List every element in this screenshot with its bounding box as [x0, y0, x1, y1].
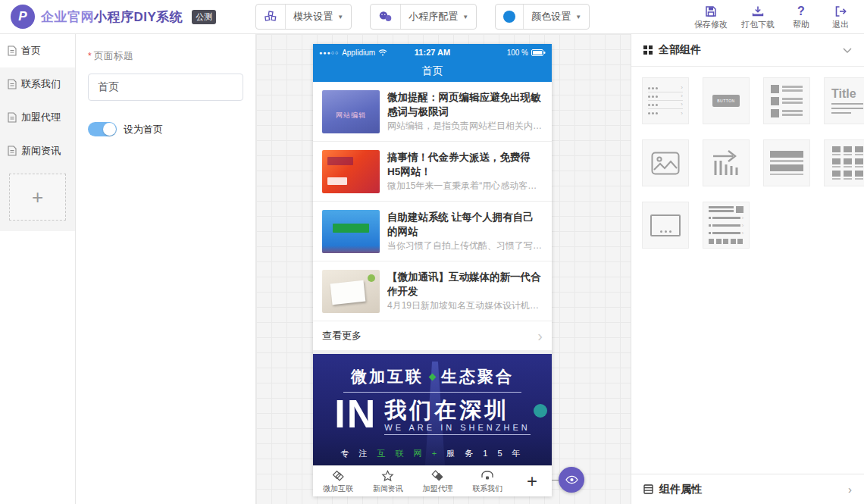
set-home-toggle[interactable]	[88, 122, 117, 136]
component-card-title[interactable]: Title	[824, 77, 864, 124]
news-item[interactable]: 自助建站系统 让每个人拥有自己的网站 当你习惯了自拍上传优酷、习惯了写点小…	[313, 202, 552, 261]
app-title-light: 企业官网	[41, 10, 94, 24]
component-card-marquee[interactable]	[703, 139, 750, 186]
caret-down-icon: ▼	[575, 14, 581, 20]
exit-label: 退出	[832, 19, 849, 30]
phone-tab-bar: 微加互联 新闻资讯 加盟代理	[313, 465, 552, 496]
banner-headline: 微加互联 生态聚合	[313, 366, 552, 387]
preview-eye-button[interactable]	[559, 467, 584, 493]
component-properties-bar[interactable]: 组件属性 ›	[631, 474, 864, 504]
tab-label: 新闻资讯	[373, 484, 403, 494]
news-item[interactable]: 【微加通讯】互动媒体的新一代合作开发 4月19日新加坡知名互动媒体设计机构Pin…	[313, 261, 552, 321]
help-label: 帮助	[793, 19, 809, 30]
news-thumbnail: 网站编辑	[322, 90, 380, 133]
save-button[interactable]: 保存修改	[694, 5, 728, 30]
color-settings-label: 颜色设置 ▼	[524, 10, 589, 23]
page-icon	[8, 112, 17, 123]
chevron-right-icon: ›	[848, 483, 852, 496]
tab-agent[interactable]: 加盟代理	[413, 466, 463, 496]
module-settings-dropdown[interactable]: 模块设置 ▼	[255, 4, 352, 30]
save-icon	[705, 5, 717, 17]
news-title: 【微加通讯】互动媒体的新一代合作开发	[387, 270, 543, 298]
color-settings-dropdown[interactable]: 颜色设置 ▼	[495, 4, 590, 30]
grid-icon	[643, 45, 653, 55]
sidebar-item-contact[interactable]: 联系我们	[0, 67, 75, 101]
add-tab-button[interactable]: +	[512, 466, 552, 496]
pages-sidebar: 首页 联系我们 加盟代理 新闻资讯	[0, 34, 76, 504]
news-list-component: 网站编辑 微加提醒：网页编辑应避免出现敏感词与极限词 网站编辑，是指负责网站栏目…	[313, 82, 552, 321]
tags-icon	[430, 469, 444, 483]
connector-line	[552, 480, 559, 481]
component-card-rows[interactable]	[763, 139, 810, 186]
phone-status-bar: ●●●○○ Applidium 11:27 AM 100 %	[313, 44, 552, 61]
miniprogram-config-dropdown[interactable]: 小程序配置 ▼	[370, 4, 477, 30]
component-card-carousel[interactable]	[642, 202, 689, 249]
sidebar-item-home[interactable]: 首页	[0, 34, 75, 67]
phone-nav-title: 首页	[422, 64, 443, 78]
component-card-grid[interactable]	[824, 139, 864, 186]
news-desc: 微加15年来一直秉承着“用心感动客户！”的…	[387, 180, 543, 193]
exit-button[interactable]: 退出	[828, 5, 853, 30]
diamonds-icon	[331, 469, 345, 483]
components-grid: › › › › BUTTON Title	[631, 67, 864, 259]
carrier-label: Applidium	[342, 49, 375, 57]
sparkle-icon	[429, 373, 437, 380]
required-mark: *	[88, 51, 92, 61]
tab-news[interactable]: 新闻资讯	[363, 466, 413, 496]
tab-label: 加盟代理	[422, 484, 452, 494]
sidebar-item-label: 新闻资讯	[21, 144, 61, 158]
tab-label: 微加互联	[323, 484, 353, 494]
view-more-row[interactable]: 查看更多 ›	[313, 321, 552, 350]
news-item[interactable]: 网站编辑 微加提醒：网页编辑应避免出现敏感词与极限词 网站编辑，是指负责网站栏目…	[313, 82, 552, 142]
module-settings-label: 模块设置 ▼	[286, 10, 351, 23]
color-swatch-icon	[496, 5, 524, 29]
banner-image-component[interactable]: 微加互联 生态聚合 IN 我们在深圳 WE ARE IN SHENZHEN 专 …	[313, 354, 552, 465]
set-home-row: 设为首页	[88, 122, 243, 136]
sidebar-item-agent[interactable]: 加盟代理	[0, 101, 75, 134]
page-icon	[8, 45, 17, 56]
eye-icon	[565, 475, 578, 484]
component-card-image[interactable]	[642, 139, 689, 186]
component-card-button[interactable]: BUTTON	[703, 77, 750, 124]
app-brand: P 企业官网小程序DIY系统 公测	[11, 5, 216, 29]
chevron-right-icon: ›	[537, 328, 543, 343]
sidebar-item-news[interactable]: 新闻资讯	[0, 134, 75, 167]
component-card-image-list[interactable]	[763, 77, 810, 124]
help-icon: ?	[797, 5, 805, 17]
components-header[interactable]: 全部组件	[631, 34, 864, 67]
news-title: 微加提醒：网页编辑应避免出现敏感词与极限词	[387, 90, 543, 118]
save-label: 保存修改	[694, 19, 728, 30]
news-item[interactable]: 搞事情！代金券大派送，免费得H5网站！ 微加15年来一直秉承着“用心感动客户！”…	[313, 142, 552, 202]
set-home-label: 设为首页	[124, 123, 163, 136]
banner-dot-decor	[534, 404, 547, 418]
phone-nav-bar: 首页	[313, 61, 552, 82]
help-button[interactable]: ? 帮助	[788, 5, 814, 30]
news-thumbnail	[322, 270, 380, 313]
page-title-input[interactable]	[88, 74, 243, 101]
caret-down-icon: ▼	[337, 14, 343, 20]
news-desc: 当你习惯了自拍上传优酷、习惯了写点小…	[387, 239, 543, 252]
page-icon	[8, 146, 17, 156]
app-title: 企业官网小程序DIY系统	[41, 8, 183, 26]
add-page-button[interactable]: +	[9, 174, 66, 221]
toolbar-actions: 保存修改 打包下载 ? 帮助 退出	[694, 3, 853, 30]
miniprogram-config-label: 小程序配置 ▼	[401, 10, 476, 23]
tab-home[interactable]: 微加互联	[313, 466, 363, 496]
download-label: 打包下载	[741, 19, 775, 30]
download-icon	[752, 5, 764, 17]
components-header-label: 全部组件	[659, 43, 701, 57]
component-card-list[interactable]: › › › ›	[642, 77, 689, 124]
design-canvas: ●●●○○ Applidium 11:27 AM 100 % 首页	[256, 34, 631, 504]
signal-dots-icon: ●●●○○	[319, 50, 339, 55]
phone-icon	[481, 469, 494, 483]
download-button[interactable]: 打包下载	[741, 5, 775, 30]
component-card-rich-list[interactable]: › › ›	[703, 202, 750, 249]
app-logo-icon: P	[11, 5, 35, 29]
top-toolbar: P 企业官网小程序DIY系统 公测 模块设置 ▼	[0, 0, 864, 34]
banner-main: IN 我们在深圳 WE ARE IN SHENZHEN	[313, 392, 552, 436]
news-thumbnail	[322, 210, 380, 253]
tab-contact[interactable]: 联系我们	[462, 466, 512, 496]
star-icon	[381, 469, 394, 483]
sidebar-item-label: 联系我们	[21, 77, 61, 91]
pages-group: 联系我们 加盟代理 新闻资讯 +	[0, 67, 75, 231]
